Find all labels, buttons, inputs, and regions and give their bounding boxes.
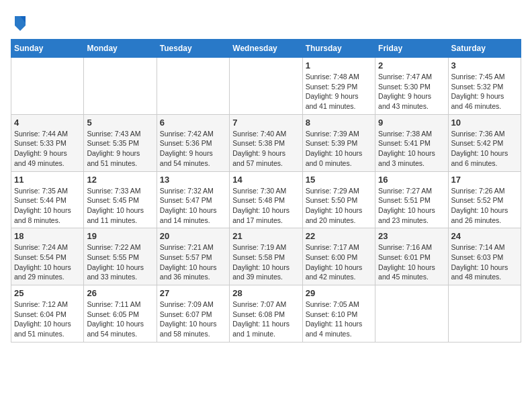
day-info: Sunrise: 7:12 AM Sunset: 6:04 PM Dayligh… <box>14 300 81 339</box>
day-number: 8 <box>306 118 372 128</box>
calendar-cell: 28Sunrise: 7:07 AM Sunset: 6:08 PM Dayli… <box>230 285 302 342</box>
day-info: Sunrise: 7:30 AM Sunset: 5:48 PM Dayligh… <box>232 186 299 226</box>
day-info: Sunrise: 7:11 AM Sunset: 6:05 PM Dayligh… <box>87 300 153 339</box>
day-number: 2 <box>378 60 445 71</box>
day-number: 17 <box>451 175 518 185</box>
header-day: Thursday <box>302 40 375 58</box>
day-info: Sunrise: 7:35 AM Sunset: 5:44 PM Dayligh… <box>14 186 81 226</box>
calendar-cell: 19Sunrise: 7:22 AM Sunset: 5:55 PM Dayli… <box>84 228 157 285</box>
day-number: 25 <box>14 288 81 298</box>
day-number: 28 <box>232 288 299 298</box>
day-number: 10 <box>451 118 518 128</box>
day-number: 19 <box>87 231 153 241</box>
calendar-cell: 5Sunrise: 7:43 AM Sunset: 5:35 PM Daylig… <box>84 114 157 171</box>
logo-icon <box>12 13 28 32</box>
day-info: Sunrise: 7:33 AM Sunset: 5:45 PM Dayligh… <box>87 186 153 226</box>
day-info: Sunrise: 7:48 AM Sunset: 5:29 PM Dayligh… <box>306 72 372 111</box>
calendar-cell <box>11 58 84 115</box>
day-info: Sunrise: 7:44 AM Sunset: 5:33 PM Dayligh… <box>14 129 81 169</box>
day-number: 16 <box>378 175 445 185</box>
day-info: Sunrise: 7:21 AM Sunset: 5:57 PM Dayligh… <box>160 242 226 282</box>
day-number: 20 <box>160 231 226 241</box>
day-number: 26 <box>87 288 153 298</box>
calendar-cell: 7Sunrise: 7:40 AM Sunset: 5:38 PM Daylig… <box>230 114 302 171</box>
calendar-cell: 4Sunrise: 7:44 AM Sunset: 5:33 PM Daylig… <box>11 114 84 171</box>
day-number: 29 <box>306 288 372 298</box>
calendar-cell: 22Sunrise: 7:17 AM Sunset: 6:00 PM Dayli… <box>302 228 375 285</box>
day-number: 9 <box>378 118 445 128</box>
calendar-cell: 16Sunrise: 7:27 AM Sunset: 5:51 PM Dayli… <box>375 171 448 228</box>
day-info: Sunrise: 7:14 AM Sunset: 6:03 PM Dayligh… <box>451 242 518 282</box>
day-info: Sunrise: 7:38 AM Sunset: 5:41 PM Dayligh… <box>378 129 445 169</box>
calendar-cell: 15Sunrise: 7:29 AM Sunset: 5:50 PM Dayli… <box>302 171 375 228</box>
calendar-cell <box>230 58 302 115</box>
day-number: 18 <box>14 231 81 241</box>
calendar-cell: 26Sunrise: 7:11 AM Sunset: 6:05 PM Dayli… <box>84 285 157 342</box>
day-info: Sunrise: 7:39 AM Sunset: 5:39 PM Dayligh… <box>306 129 372 169</box>
day-info: Sunrise: 7:40 AM Sunset: 5:38 PM Dayligh… <box>232 129 299 169</box>
calendar-cell: 18Sunrise: 7:24 AM Sunset: 5:54 PM Dayli… <box>11 228 84 285</box>
calendar-cell: 17Sunrise: 7:26 AM Sunset: 5:52 PM Dayli… <box>448 171 521 228</box>
day-number: 21 <box>232 231 299 241</box>
day-info: Sunrise: 7:24 AM Sunset: 5:54 PM Dayligh… <box>14 242 81 282</box>
calendar-cell: 11Sunrise: 7:35 AM Sunset: 5:44 PM Dayli… <box>11 171 84 228</box>
calendar-cell: 3Sunrise: 7:45 AM Sunset: 5:32 PM Daylig… <box>448 58 521 115</box>
header-row: SundayMondayTuesdayWednesdayThursdayFrid… <box>11 40 521 58</box>
day-info: Sunrise: 7:19 AM Sunset: 5:58 PM Dayligh… <box>232 242 299 282</box>
day-info: Sunrise: 7:07 AM Sunset: 6:08 PM Dayligh… <box>232 300 299 339</box>
day-number: 23 <box>378 231 445 241</box>
calendar-cell: 20Sunrise: 7:21 AM Sunset: 5:57 PM Dayli… <box>157 228 229 285</box>
logo <box>11 13 28 32</box>
day-number: 24 <box>451 231 518 241</box>
day-number: 14 <box>232 175 299 185</box>
calendar-week-row: 4Sunrise: 7:44 AM Sunset: 5:33 PM Daylig… <box>11 114 521 171</box>
calendar-cell: 6Sunrise: 7:42 AM Sunset: 5:36 PM Daylig… <box>157 114 229 171</box>
calendar-cell: 25Sunrise: 7:12 AM Sunset: 6:04 PM Dayli… <box>11 285 84 342</box>
day-number: 27 <box>160 288 226 298</box>
day-info: Sunrise: 7:05 AM Sunset: 6:10 PM Dayligh… <box>306 300 372 339</box>
day-number: 12 <box>87 175 153 185</box>
calendar-cell: 2Sunrise: 7:47 AM Sunset: 5:30 PM Daylig… <box>375 58 448 115</box>
day-info: Sunrise: 7:26 AM Sunset: 5:52 PM Dayligh… <box>451 186 518 226</box>
day-info: Sunrise: 7:42 AM Sunset: 5:36 PM Dayligh… <box>160 129 226 169</box>
calendar-week-row: 25Sunrise: 7:12 AM Sunset: 6:04 PM Dayli… <box>11 285 521 342</box>
calendar-cell <box>375 285 448 342</box>
calendar-cell: 24Sunrise: 7:14 AM Sunset: 6:03 PM Dayli… <box>448 228 521 285</box>
day-info: Sunrise: 7:22 AM Sunset: 5:55 PM Dayligh… <box>87 242 153 282</box>
calendar-cell: 29Sunrise: 7:05 AM Sunset: 6:10 PM Dayli… <box>302 285 375 342</box>
calendar-cell: 1Sunrise: 7:48 AM Sunset: 5:29 PM Daylig… <box>302 58 375 115</box>
day-info: Sunrise: 7:29 AM Sunset: 5:50 PM Dayligh… <box>306 186 372 226</box>
day-number: 13 <box>160 175 226 185</box>
day-info: Sunrise: 7:43 AM Sunset: 5:35 PM Dayligh… <box>87 129 153 169</box>
calendar-cell <box>448 285 521 342</box>
calendar-cell: 13Sunrise: 7:32 AM Sunset: 5:47 PM Dayli… <box>157 171 229 228</box>
calendar-cell: 9Sunrise: 7:38 AM Sunset: 5:41 PM Daylig… <box>375 114 448 171</box>
header-day: Sunday <box>11 40 84 58</box>
header-day: Saturday <box>448 40 521 58</box>
day-info: Sunrise: 7:36 AM Sunset: 5:42 PM Dayligh… <box>451 129 518 169</box>
day-info: Sunrise: 7:47 AM Sunset: 5:30 PM Dayligh… <box>378 72 445 111</box>
calendar-cell: 8Sunrise: 7:39 AM Sunset: 5:39 PM Daylig… <box>302 114 375 171</box>
header-day: Monday <box>84 40 157 58</box>
calendar-cell <box>157 58 229 115</box>
calendar-cell: 14Sunrise: 7:30 AM Sunset: 5:48 PM Dayli… <box>230 171 302 228</box>
day-number: 5 <box>87 118 153 128</box>
calendar-week-row: 1Sunrise: 7:48 AM Sunset: 5:29 PM Daylig… <box>11 58 521 115</box>
calendar-cell: 21Sunrise: 7:19 AM Sunset: 5:58 PM Dayli… <box>230 228 302 285</box>
day-number: 4 <box>14 118 81 128</box>
calendar-cell: 23Sunrise: 7:16 AM Sunset: 6:01 PM Dayli… <box>375 228 448 285</box>
calendar-cell: 12Sunrise: 7:33 AM Sunset: 5:45 PM Dayli… <box>84 171 157 228</box>
day-info: Sunrise: 7:45 AM Sunset: 5:32 PM Dayligh… <box>451 72 518 111</box>
calendar-cell <box>84 58 157 115</box>
day-info: Sunrise: 7:16 AM Sunset: 6:01 PM Dayligh… <box>378 242 445 282</box>
day-info: Sunrise: 7:17 AM Sunset: 6:00 PM Dayligh… <box>306 242 372 282</box>
header-day: Tuesday <box>157 40 229 58</box>
calendar-cell: 10Sunrise: 7:36 AM Sunset: 5:42 PM Dayli… <box>448 114 521 171</box>
page-header <box>11 11 521 32</box>
day-info: Sunrise: 7:27 AM Sunset: 5:51 PM Dayligh… <box>378 186 445 226</box>
day-info: Sunrise: 7:32 AM Sunset: 5:47 PM Dayligh… <box>160 186 226 226</box>
calendar-cell: 27Sunrise: 7:09 AM Sunset: 6:07 PM Dayli… <box>157 285 229 342</box>
header-day: Wednesday <box>230 40 302 58</box>
header-day: Friday <box>375 40 448 58</box>
calendar-week-row: 11Sunrise: 7:35 AM Sunset: 5:44 PM Dayli… <box>11 171 521 228</box>
